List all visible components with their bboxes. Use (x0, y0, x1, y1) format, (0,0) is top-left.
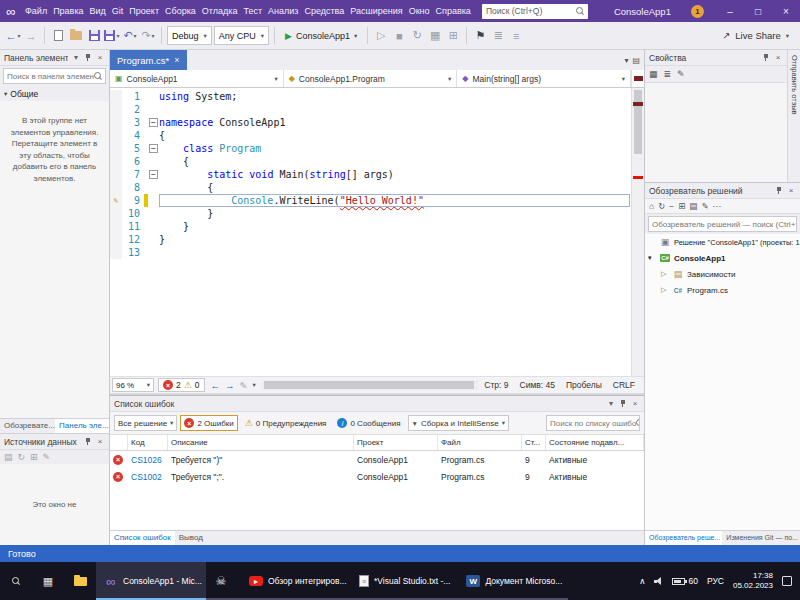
start-without-debugging-icon[interactable]: ▷ (373, 26, 389, 46)
maximize-button[interactable]: □ (744, 0, 772, 22)
dock-tab[interactable]: Обозреватель реше... (645, 531, 722, 545)
code-text[interactable] (159, 246, 631, 259)
toolbox-title-bar[interactable]: Панель элементов ▾ × (0, 50, 109, 66)
next-issue-icon[interactable]: → (225, 380, 235, 391)
taskbar-search-button[interactable] (0, 562, 32, 600)
code-text[interactable]: } (159, 220, 631, 233)
scrollbar-thumb[interactable] (634, 90, 642, 154)
fold-margin[interactable]: − (148, 116, 159, 129)
close-icon[interactable]: × (95, 437, 105, 446)
project-dropdown[interactable]: ▣ ConsoleApp1 ▾ (110, 70, 284, 87)
fold-margin[interactable]: − (148, 168, 159, 181)
home-icon[interactable]: ⌂ (649, 201, 654, 211)
dock-tab[interactable]: Обозревате... (0, 419, 55, 433)
member-dropdown[interactable]: ◆ Main(string[] args) ▾ (457, 70, 631, 87)
expander-icon[interactable] (661, 286, 669, 294)
bookmark-icon[interactable]: ⚑ (472, 26, 488, 46)
pin-icon[interactable] (84, 53, 92, 62)
close-icon[interactable]: × (174, 55, 179, 65)
categorized-icon[interactable]: ▦ (649, 69, 658, 79)
outline-list-icon[interactable]: ≣ (490, 26, 506, 46)
vertical-scrollbar[interactable] (631, 88, 644, 376)
tray-expand-icon[interactable]: ∧ (639, 576, 645, 586)
new-file-icon[interactable] (50, 26, 66, 46)
taskbar-app-button[interactable]: ConsoleApp1 - Mic... (96, 562, 206, 600)
chevron-down-icon[interactable]: ▾ (624, 56, 628, 65)
errors-filter-button[interactable]: 2 Ошибки (180, 415, 237, 431)
fold-margin[interactable] (148, 90, 159, 103)
menu-item[interactable]: Расширения (347, 0, 405, 22)
tree-item[interactable]: Решение "ConsoleApp1" (проекты: 1 из 1) (645, 234, 800, 250)
code-text[interactable] (159, 103, 631, 116)
expander-icon[interactable] (661, 270, 669, 278)
collapse-all-icon[interactable]: − (669, 201, 674, 211)
breakpoint-margin[interactable] (110, 220, 122, 233)
tree-item[interactable]: Зависимости (645, 266, 800, 282)
source-dropdown[interactable]: ▼ Сборка и IntelliSense▾ (408, 415, 509, 431)
task-view-button[interactable]: ▦ (32, 562, 64, 600)
box-icon[interactable]: ▤ (689, 201, 697, 211)
start-debugging-button[interactable]: ▶ ConsoleApp1 ▾ (280, 26, 362, 46)
menu-item[interactable]: Файл (22, 0, 50, 22)
line-indicator[interactable]: Стр: 9 (484, 380, 508, 390)
breakpoint-margin[interactable] (110, 90, 122, 103)
refresh-icon[interactable]: ↻ (409, 26, 425, 46)
messages-filter-button[interactable]: i 0 Сообщения (333, 415, 404, 431)
fold-margin[interactable] (148, 129, 159, 142)
solution-explorer-title-bar[interactable]: Обозреватель решений × (645, 183, 800, 199)
toolbox-group-header[interactable]: ▾ Общие (0, 86, 109, 101)
code-line[interactable]: 2 (110, 103, 631, 116)
breakpoint-margin[interactable] (110, 207, 122, 220)
tree-item[interactable]: ConsoleApp1 (645, 250, 800, 266)
volume-icon[interactable] (654, 577, 663, 586)
save-all-icon[interactable]: ▾ (104, 26, 120, 46)
navigate-back-icon[interactable]: ←▾ (5, 26, 21, 46)
fold-margin[interactable] (148, 207, 159, 220)
menu-item[interactable]: Отладка (199, 0, 241, 22)
document-list-icon[interactable]: ▤ (632, 56, 640, 65)
open-file-icon[interactable] (68, 26, 84, 46)
menu-item[interactable]: Средства (301, 0, 347, 22)
action-center-icon[interactable] (782, 576, 792, 586)
live-share-button[interactable]: ↗ Live Share ▾ (722, 30, 795, 41)
column-header[interactable]: Ст... (522, 435, 546, 450)
pin-icon[interactable] (84, 437, 92, 446)
windows-icon[interactable]: ⊞ (445, 26, 461, 46)
editor-issue-counters[interactable]: 2 ⚠ 0 (158, 378, 205, 392)
pin-icon[interactable] (619, 399, 627, 408)
code-line[interactable]: 4{ (110, 129, 631, 142)
data-sources-title-bar[interactable]: Источники данных × (0, 434, 109, 450)
code-lines[interactable]: 1using System;23−namespace ConsoleApp14{… (110, 88, 631, 376)
dock-tab[interactable]: Изменения Git — по... (722, 531, 800, 545)
column-header[interactable]: Проект (354, 435, 438, 450)
breakpoint-margin[interactable] (110, 168, 122, 181)
save-icon[interactable] (86, 26, 102, 46)
menu-item[interactable]: Тест (240, 0, 265, 22)
clock[interactable]: 17:38 05.02.2023 (733, 571, 773, 591)
close-icon[interactable]: × (630, 399, 640, 408)
configuration-dropdown[interactable]: Debug▾ (167, 26, 212, 45)
breakpoint-margin[interactable] (110, 103, 122, 116)
taskbar-app-button[interactable]: *Visual Studio.txt -... (351, 562, 458, 600)
menu-item[interactable]: Правка (50, 0, 86, 22)
code-line[interactable]: 3−namespace ConsoleApp1 (110, 116, 631, 129)
refresh-icon[interactable]: ↻ (18, 452, 26, 462)
fold-margin[interactable] (148, 233, 159, 246)
windows-icon[interactable]: ⊞ (678, 201, 685, 211)
fold-margin[interactable] (148, 220, 159, 233)
column-header[interactable]: Описание (168, 435, 354, 450)
close-icon[interactable]: × (773, 53, 783, 62)
pencil-icon[interactable]: ✎ (43, 452, 51, 462)
code-line[interactable]: 5− class Program (110, 142, 631, 155)
dock-tab[interactable]: Панель эле... (55, 419, 109, 433)
properties-title-bar[interactable]: Свойства × (645, 50, 787, 66)
code-line[interactable]: ✎9 Console.WriteLine("Hello World!" (110, 194, 631, 207)
expander-icon[interactable] (648, 254, 656, 262)
column-header[interactable]: Код (128, 435, 168, 450)
close-icon[interactable]: × (786, 186, 796, 195)
close-button[interactable]: × (772, 0, 800, 22)
notifications-badge[interactable]: 1 (691, 5, 704, 18)
wrench-icon[interactable]: ✎ (677, 69, 685, 79)
taskbar-app-button[interactable] (206, 562, 241, 600)
code-text[interactable]: { (159, 129, 631, 142)
